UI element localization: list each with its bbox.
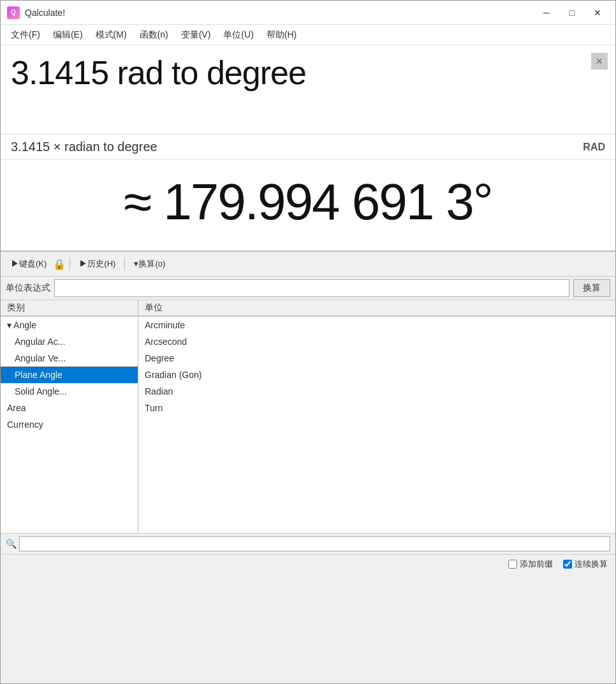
title-bar: Q Qalculate! ─ □ ✕ [1, 1, 615, 25]
cat-angular-accel[interactable]: Angular Ac... [1, 333, 138, 350]
unit-expression-label: 单位表达式 [6, 282, 50, 294]
convert-toggle-button[interactable]: ▾换算(o) [129, 256, 170, 272]
unit-turn[interactable]: Turn [138, 400, 615, 416]
unit-expression-input[interactable] [54, 279, 569, 297]
bottom-panel: ▶键盘(K) 🔒 ▶历史(H) ▾换算(o) 单位表达式 换算 类别 单位 ▾ … [1, 252, 615, 574]
unit-arcsecond[interactable]: Arcsecond [138, 333, 615, 350]
lock-icon: 🔒 [53, 258, 66, 270]
minimize-button[interactable]: ─ [535, 4, 558, 21]
menu-variables[interactable]: 变量(V) [175, 27, 217, 43]
category-header: 类别 [1, 300, 138, 316]
result-value: ≈ 179.994 691 3° [1, 160, 615, 251]
separator-2 [124, 258, 125, 270]
conversion-toolbar: ▶键盘(K) 🔒 ▶历史(H) ▾换算(o) [1, 252, 615, 277]
add-prefix-checkbox[interactable] [508, 560, 517, 569]
menu-functions[interactable]: 函数(n) [133, 27, 175, 43]
add-prefix-label: 添加前缀 [520, 558, 553, 570]
menu-bar: 文件(F) 编辑(E) 模式(M) 函数(n) 变量(V) 单位(U) 帮助(H… [1, 25, 615, 45]
unit-arcminute[interactable]: Arcminute [138, 317, 615, 333]
convert-button[interactable]: 换算 [573, 279, 610, 297]
expression-display: 3.1415 rad to degree [11, 53, 605, 92]
unit-header: 单位 [138, 300, 615, 316]
unit-search-input[interactable] [19, 536, 610, 551]
cat-solid-angle[interactable]: Solid Angle... [1, 383, 138, 400]
result-mode-badge: RAD [583, 142, 605, 153]
result-area-wrapper: 3.1415 × radian to degree RAD ≈ 179.994 … [1, 135, 615, 252]
unit-list: Arcminute Arcsecond Degree Gradian (Gon)… [138, 317, 615, 533]
menu-help[interactable]: 帮助(H) [260, 27, 303, 43]
separator-1 [70, 258, 70, 270]
menu-edit[interactable]: 编辑(E) [47, 27, 89, 43]
result-expression: 3.1415 × radian to degree RAD [1, 135, 615, 160]
app-icon: Q [7, 6, 20, 19]
continuous-convert-checkbox[interactable] [563, 560, 572, 569]
menu-mode[interactable]: 模式(M) [89, 27, 133, 43]
clear-button[interactable]: ✕ [591, 53, 608, 69]
history-button[interactable]: ▶历史(H) [74, 256, 121, 272]
close-button[interactable]: ✕ [586, 4, 609, 21]
cat-angle[interactable]: ▾ Angle [1, 317, 138, 333]
unit-degree[interactable]: Degree [138, 350, 615, 367]
maximize-button[interactable]: □ [561, 4, 583, 21]
cat-area[interactable]: Area [1, 400, 138, 416]
unit-expression-row: 单位表达式 换算 [1, 277, 615, 300]
continuous-convert-item: 连续换算 [563, 558, 608, 570]
app-title: Qalculate! [25, 8, 535, 18]
footer: 添加前缀 连续换算 [1, 554, 615, 574]
unit-gradian[interactable]: Gradian (Gon) [138, 367, 615, 383]
list-headers: 类别 单位 [1, 300, 615, 316]
menu-file[interactable]: 文件(F) [4, 27, 47, 43]
cat-angular-vel[interactable]: Angular Ve... [1, 350, 138, 367]
sub-expression-text: 3.1415 × radian to degree [11, 140, 158, 154]
keyboard-button[interactable]: ▶键盘(K) [6, 256, 52, 272]
result-area: 3.1415 × radian to degree RAD ≈ 179.994 … [1, 135, 615, 252]
search-row: 🔍 [1, 533, 615, 554]
window-controls: ─ □ ✕ [535, 4, 609, 21]
category-list: ▾ Angle Angular Ac... Angular Ve... Plan… [1, 317, 138, 533]
add-prefix-item: 添加前缀 [508, 558, 553, 570]
search-icon: 🔍 [6, 539, 17, 549]
unit-radian[interactable]: Radian [138, 383, 615, 400]
cat-currency[interactable]: Currency [1, 416, 138, 433]
list-container: ▾ Angle Angular Ac... Angular Ve... Plan… [1, 316, 615, 533]
continuous-convert-label: 连续换算 [575, 558, 608, 570]
cat-plane-angle[interactable]: Plane Angle [1, 367, 138, 383]
menu-units[interactable]: 单位(U) [217, 27, 260, 43]
input-area: 3.1415 rad to degree ✕ [1, 45, 615, 135]
